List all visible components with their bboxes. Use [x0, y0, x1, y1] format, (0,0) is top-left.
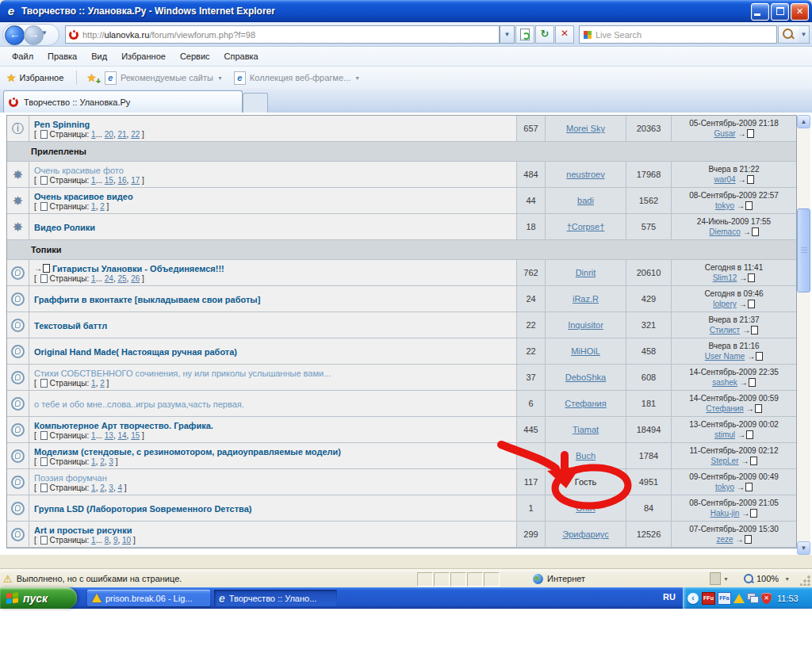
- vertical-scrollbar[interactable]: ▲ ▼: [797, 115, 810, 555]
- goto-latest-post-icon[interactable]: →: [736, 535, 752, 544]
- topic-title-link[interactable]: о тебе и обо мне..слова..игры разума,час…: [34, 399, 244, 409]
- page-number-link[interactable]: 15: [105, 176, 113, 185]
- tray-ffa-icon[interactable]: FFa: [718, 592, 731, 605]
- author-link[interactable]: badi: [577, 196, 594, 205]
- goto-latest-post-icon[interactable]: →: [747, 352, 763, 361]
- tray-network-icon[interactable]: [747, 593, 759, 603]
- page-number-link[interactable]: 2: [100, 379, 105, 388]
- page-number-link[interactable]: 15: [131, 431, 140, 440]
- goto-latest-post-icon[interactable]: →: [740, 378, 756, 387]
- tray-security-alert-icon[interactable]: ✕: [761, 593, 772, 604]
- goto-latest-post-icon[interactable]: →: [743, 227, 759, 236]
- last-post-user-link[interactable]: tokyo: [715, 201, 734, 211]
- author-link[interactable]: Tiamat: [573, 425, 599, 434]
- page-number-link[interactable]: 2: [100, 202, 105, 211]
- search-go-button[interactable]: [778, 25, 799, 44]
- page-number-link[interactable]: 17: [131, 176, 140, 185]
- last-post-user-link[interactable]: Gusar: [714, 128, 735, 139]
- page-number-link[interactable]: 2: [100, 457, 105, 466]
- restore-button[interactable]: [771, 3, 789, 21]
- last-post-user-link[interactable]: tokyo: [715, 482, 734, 492]
- search-input[interactable]: Live Search: [579, 25, 777, 44]
- scroll-down-button[interactable]: ▼: [797, 541, 810, 555]
- page-number-link[interactable]: 1: [91, 202, 96, 211]
- page-number-link[interactable]: 1: [91, 483, 96, 492]
- last-post-user-link[interactable]: StepLer: [710, 456, 738, 466]
- topic-title-link[interactable]: Группа LSD (Лаборотория Sовременного Dет…: [34, 504, 251, 514]
- topic-title-link[interactable]: Моделизм (стендовые, с резиномотором, ра…: [34, 447, 341, 457]
- taskbar-task-ie[interactable]: eТворчество :: Улано...: [214, 590, 337, 606]
- page-number-link[interactable]: 9: [113, 536, 118, 545]
- page-number-link[interactable]: 14: [117, 431, 126, 440]
- page-number-link[interactable]: 21: [117, 130, 126, 139]
- tray-light-alloy-icon[interactable]: [733, 594, 745, 603]
- page-number-link[interactable]: 8: [105, 536, 109, 545]
- menu-item-Сервис[interactable]: Сервис: [173, 49, 217, 63]
- page-number-link[interactable]: 13: [105, 431, 113, 440]
- compatibility-view-button[interactable]: [515, 25, 534, 44]
- goto-latest-post-icon[interactable]: →: [746, 404, 762, 413]
- stop-button[interactable]: ✕: [555, 25, 574, 44]
- topic-title-link[interactable]: Очень красивые фото: [34, 166, 124, 175]
- last-post-user-link[interactable]: Diemaco: [709, 227, 740, 237]
- last-post-user-link[interactable]: Стефания: [706, 403, 744, 414]
- page-number-link[interactable]: 3: [109, 457, 113, 466]
- page-number-link[interactable]: 4: [117, 483, 122, 492]
- page-number-link[interactable]: 1: [91, 176, 96, 185]
- taskbar-task-light-alloy[interactable]: prison.break.06 - Lig...: [87, 590, 210, 606]
- goto-latest-post-icon[interactable]: →: [737, 430, 753, 439]
- last-post-user-link[interactable]: zeze: [716, 534, 733, 545]
- page-number-link[interactable]: 1: [91, 457, 96, 466]
- tab-active[interactable]: Творчество :: Улановка.Ру: [3, 90, 243, 113]
- author-link[interactable]: Morei Sky: [566, 124, 605, 133]
- author-link[interactable]: DeboShka: [565, 373, 606, 382]
- recent-pages-dropdown[interactable]: ▼: [41, 29, 48, 36]
- topic-title-link[interactable]: Art и простые рисунки: [34, 526, 132, 535]
- protected-mode-control[interactable]: ▼: [710, 571, 729, 586]
- goto-latest-post-icon[interactable]: →: [739, 300, 755, 308]
- page-number-link[interactable]: 1: [91, 130, 96, 139]
- goto-latest-post-icon[interactable]: →: [737, 483, 753, 491]
- page-number-link[interactable]: 1: [91, 274, 96, 283]
- goto-latest-post-icon[interactable]: →: [737, 201, 753, 210]
- close-button[interactable]: ✕: [791, 3, 809, 21]
- page-error-warning-icon[interactable]: ⚠: [3, 573, 13, 585]
- favbar-link[interactable]: eКоллекция веб-фрагме...▼: [234, 71, 360, 85]
- last-post-user-link[interactable]: User Name: [705, 351, 745, 361]
- zoom-control[interactable]: 100% ▼: [744, 571, 790, 586]
- hidden-icons-chevron[interactable]: ‹: [688, 593, 699, 604]
- author-link[interactable]: OniX: [576, 503, 595, 513]
- author-link[interactable]: †Corpse†: [567, 222, 605, 231]
- page-number-link[interactable]: 1: [91, 379, 96, 388]
- address-bar[interactable]: http://ulanovka.ru/forum/viewforum.php?f…: [65, 25, 500, 44]
- author-link[interactable]: Inquisitor: [568, 320, 603, 330]
- menu-item-Правка[interactable]: Правка: [40, 49, 84, 63]
- goto-newest-post-icon[interactable]: →: [34, 264, 50, 273]
- page-number-link[interactable]: 1: [91, 536, 96, 545]
- topic-title-link[interactable]: Текстовый баттл: [34, 321, 107, 331]
- topic-title-link[interactable]: Очень красивое видео: [34, 192, 133, 201]
- last-post-user-link[interactable]: lolpery: [713, 299, 736, 309]
- scroll-up-button[interactable]: ▲: [797, 115, 810, 128]
- author-link[interactable]: Dinrit: [576, 268, 596, 277]
- menu-item-Избранное[interactable]: Избранное: [114, 49, 173, 63]
- last-post-user-link[interactable]: Стилист: [710, 325, 740, 335]
- author-link[interactable]: Buch: [576, 451, 596, 461]
- page-number-link[interactable]: 26: [131, 274, 140, 283]
- back-button[interactable]: ←: [5, 25, 25, 45]
- language-indicator[interactable]: RU: [663, 592, 676, 602]
- minimize-button[interactable]: [751, 3, 769, 21]
- author-link[interactable]: Стефания: [565, 399, 606, 408]
- add-to-favorites-bar-icon[interactable]: ★: [86, 71, 97, 84]
- topic-title-link[interactable]: Original Hand Made( Настоящая ручная раб…: [34, 347, 237, 357]
- last-post-user-link[interactable]: stimul: [714, 430, 735, 440]
- new-tab-stub[interactable]: [243, 93, 268, 113]
- page-number-link[interactable]: 2: [100, 483, 105, 492]
- menu-item-Справка[interactable]: Справка: [217, 49, 266, 63]
- goto-latest-post-icon[interactable]: →: [738, 175, 754, 184]
- page-number-link[interactable]: 25: [117, 274, 126, 283]
- author-link[interactable]: neustroev: [566, 170, 604, 179]
- page-number-link[interactable]: 16: [117, 176, 126, 185]
- last-post-user-link[interactable]: war04: [714, 174, 735, 185]
- page-number-link[interactable]: 10: [122, 536, 131, 545]
